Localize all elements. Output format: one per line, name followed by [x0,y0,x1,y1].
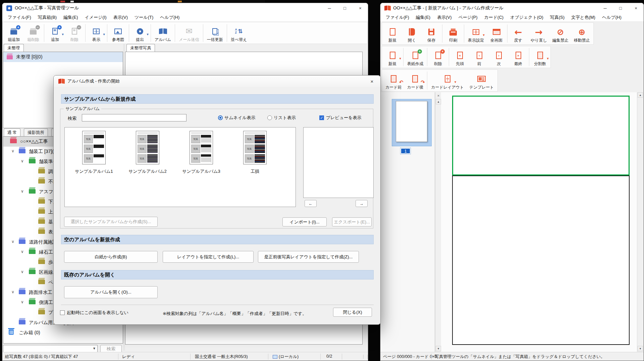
toolbar-やり直し-button[interactable]: →やり直し [528,23,550,44]
toolbar-最終-button[interactable]: »最終 [508,47,528,67]
toolbar-表紙作成-button[interactable]: +表紙作成 [405,47,426,67]
thumbnail-scrollbar[interactable]: × ▲ ▼ [435,92,441,352]
minimize-button[interactable]: ─ [597,3,613,13]
close-button[interactable]: × [628,3,644,13]
preview-prev-button[interactable]: ← [305,200,317,207]
menu-オブジェクト(O)[interactable]: オブジェクト(O) [507,13,547,22]
toolbar-編集禁止-button[interactable]: ⊘編集禁止 [550,23,571,44]
scroll-up-icon[interactable]: ▲ [638,92,643,98]
toolbar-印刷-button[interactable]: 印刷 [443,23,463,44]
sample-search-input[interactable] [82,114,186,121]
dialog-titlebar[interactable]: アルバム作成 - 作業の開始 × [54,75,380,87]
menu-表示(V)[interactable]: 表示(V) [434,13,455,22]
tab-unsorted-photos[interactable]: 未整理写真 [126,44,155,52]
close-button[interactable]: × [353,3,368,13]
page-thumbnail[interactable] [396,101,427,142]
scroll-down-icon[interactable]: ▼ [436,346,441,351]
toolbar-開く-button[interactable]: 開く [402,23,422,44]
menu-ヘルプ(H)[interactable]: ヘルプ(H) [157,13,183,22]
toolbar-カード前-button[interactable]: ↶カード前 [383,70,405,91]
maximize-button[interactable]: □ [337,3,353,13]
preview-next-button[interactable]: → [356,200,368,207]
menu-ページ(P)[interactable]: ページ(P) [455,13,481,22]
import-button[interactable]: インポート(I)... [282,217,327,226]
chevron-expanded-icon[interactable]: ∨ [21,159,24,163]
scroll-up-icon[interactable]: ▲ [436,99,441,104]
checkbox-hide-on-startup[interactable]: 起動時にこの画面を表示しない [60,310,128,316]
menu-ヘルプ(H)[interactable]: ヘルプ(H) [599,13,625,22]
create-blank-button[interactable]: 白紙から作成(B) [64,251,158,263]
menu-文字と色(M)[interactable]: 文字と色(M) [568,13,599,22]
chevron-expanded-icon[interactable]: ∨ [21,189,24,193]
menu-ツール(T)[interactable]: ツール(T) [131,13,157,22]
menu-ファイル(F)[interactable]: ファイル(F) [4,13,35,22]
toolbar-前-button[interactable]: ‹前 [470,47,489,67]
toolbar-箱追加-button[interactable]: +箱追加 [4,23,23,43]
create-with-layout-button[interactable]: レイアウトを指定して作成(L)... [163,251,254,263]
toolbar-新規-button[interactable]: 新規 [383,23,402,44]
menu-イメージ(I)[interactable]: イメージ(I) [82,13,110,22]
menu-写真箱(B)[interactable]: 写真箱(B) [35,13,60,22]
menu-編集(E)[interactable]: 編集(E) [413,13,434,22]
dialog-close-icon[interactable]: × [366,76,378,86]
toolbar-アルバム-button[interactable]: アルバム [152,23,174,43]
unsorted-box-item[interactable]: 未整理 [0](0) [3,52,123,62]
selected-card-region[interactable] [452,96,630,175]
create-from-sample-button[interactable]: 選択したサンプルアルバムから作成(S)... [64,217,158,227]
toolbar-箱削除-button[interactable]: −箱削除 [23,23,43,43]
tab-unsorted[interactable]: 未整理 [4,44,24,52]
tab-normal[interactable]: 通 常 [4,128,20,137]
toolbar-次-button[interactable]: ›次 [489,47,508,67]
toolbar-カードレイアウト-button[interactable]: ▼カードレイアウト [428,70,467,91]
open-album-button[interactable]: アルバムを開く(O)... [64,286,158,298]
menu-ファイル(F)[interactable]: ファイル(F) [382,13,413,22]
toolbar-保存-button[interactable]: 保存 [422,23,441,44]
toolbar-全画面-button[interactable]: 全画面 [487,23,506,44]
chevron-down-icon[interactable]: ▼ [93,347,96,350]
radio-thumbnail-view[interactable]: サムネイル表示 [218,115,256,121]
photo-manager-titlebar[interactable]: OO××△△工事 - 写真管理ツール ─ □ × [2,3,368,13]
toolbar-移動禁止-button[interactable]: ⊕移動禁止 [571,23,593,44]
chevron-expanded-icon[interactable]: ∨ [11,240,14,244]
toolbar-新規-button[interactable]: ▼新規 [383,47,402,67]
album-page[interactable] [452,175,630,345]
toolbar-削除-button[interactable]: −削除 [65,23,84,43]
sample-album-item-工損[interactable]: 写真写真写真工損 [230,131,280,174]
menu-カード(C)[interactable]: カード(C) [481,13,507,22]
toolbar-先頭-button[interactable]: «先頭 [450,47,470,67]
toolbar-テンプレート-button[interactable]: テンプレート [467,70,496,91]
chevron-expanded-icon[interactable]: ∨ [21,270,24,274]
toolbar-参考図-button[interactable]: 参考図 [108,23,128,43]
page-scrollbar[interactable]: ▲ ▼ [637,92,643,352]
toolbar-追加-button[interactable]: +▼追加 [45,23,65,43]
sample-album-item-サンプルアルバム2[interactable]: 写真写真写真サンプルアルバム2 [122,131,173,174]
toolbar-カード後-button[interactable]: ↷カード後 [405,70,426,91]
toolbar-削除-button[interactable]: ×削除 [428,47,448,67]
export-button[interactable]: エクスポート(E)... [332,217,372,226]
maximize-button[interactable]: □ [613,3,628,13]
scroll-down-icon[interactable]: ▼ [638,346,643,351]
toolbar-並べ替え-button[interactable]: AZ⇅並べ替え [228,23,250,43]
album-tool-titlebar[interactable]: OO××△△工事 - [ 新規アルバム ] - アルバム作成ツール ─ □ × [380,3,644,13]
toolbar-分割数-button[interactable]: ▼分割数 [530,47,550,67]
resize-grip[interactable]: ⋮⋮ [361,354,368,359]
chevron-expanded-icon[interactable]: ∨ [21,300,24,304]
chevron-expanded-icon[interactable]: ∨ [11,290,14,294]
tab-shooting-location[interactable]: 撮影箇所 [24,128,48,137]
menu-写真(S)[interactable]: 写真(S) [547,13,568,22]
sample-album-item-サンプルアルバム1[interactable]: 写真写真写真サンプルアルバム1 [69,131,119,174]
chevron-expanded-icon[interactable]: ∨ [21,250,24,254]
toolbar-表示設定-button[interactable]: ▼表示設定 [465,23,487,44]
toolbar-戻す-button[interactable]: ←戻す [508,23,528,44]
radio-list-view[interactable]: リスト表示 [267,115,296,121]
create-before-after-button[interactable]: 是正前後写真レイアウトを指定して作成(Z)... [258,251,359,263]
toolbar-提出-button[interactable]: ▼提出 [130,23,150,43]
sample-album-item-サンプルアルバム3[interactable]: 写真写真写真サンプルアルバム3 [176,131,226,174]
minimize-button[interactable]: ─ [322,3,337,13]
menu-表示(V)[interactable]: 表示(V) [110,13,131,22]
toolbar-表示-button[interactable]: ▼表示 [87,23,106,43]
checkbox-show-preview[interactable]: ✓ プレビューを表示 [319,115,362,121]
toolbar-一括更新-button[interactable]: 一括更新 [204,23,226,43]
menu-編集(E)[interactable]: 編集(E) [60,13,81,22]
pane-close-icon[interactable]: × [436,93,441,98]
